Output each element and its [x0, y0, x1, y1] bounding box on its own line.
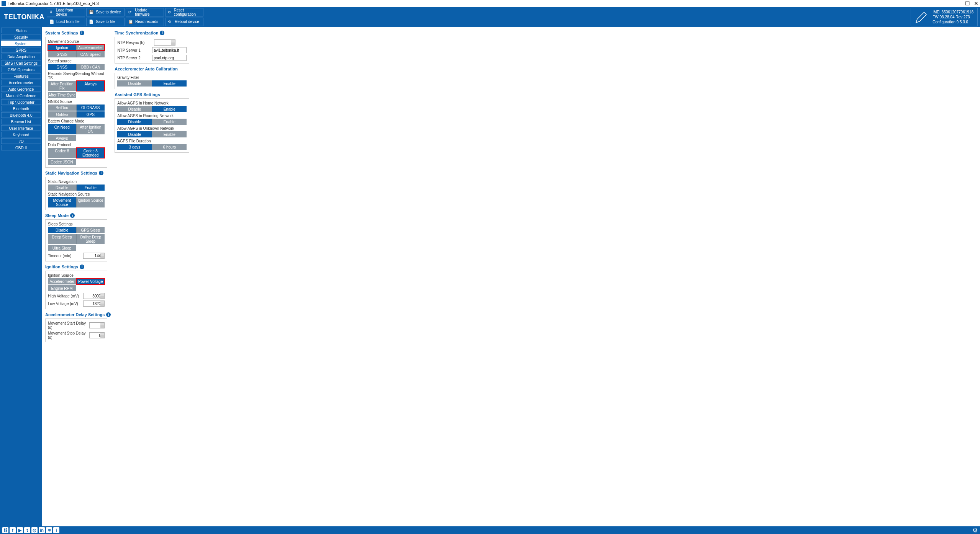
- ntp-resync-input[interactable]: [154, 39, 175, 46]
- rss-icon[interactable]: ≋: [46, 527, 52, 533]
- ntp-server1-input[interactable]: [152, 47, 187, 53]
- staticnav-enable-option[interactable]: Enable: [77, 185, 105, 191]
- youtube-icon[interactable]: ▶: [17, 527, 23, 533]
- agps-home-enable[interactable]: Enable: [152, 106, 187, 112]
- agps-home-disable[interactable]: Disable: [117, 106, 152, 112]
- instagram-icon[interactable]: ◎: [31, 527, 38, 533]
- facebook-icon[interactable]: f: [10, 527, 16, 533]
- protocol-c8-option[interactable]: Codec 8: [48, 148, 77, 158]
- high-voltage-input[interactable]: [83, 293, 105, 299]
- nav-i-o[interactable]: I/O: [1, 138, 41, 144]
- reset-config-button[interactable]: ↺Reset configuration: [165, 8, 203, 16]
- agps-6hours-option[interactable]: 6 hours: [152, 144, 187, 150]
- timeout-input[interactable]: [83, 253, 105, 259]
- ign-accel-option[interactable]: Accelerometer: [48, 278, 77, 284]
- info-icon[interactable]: i: [80, 31, 84, 35]
- movement-ignition-option[interactable]: Ignition: [48, 44, 77, 51]
- battery-onneed-option[interactable]: On Need: [48, 124, 77, 134]
- nav-obd-ii[interactable]: OBD II: [1, 145, 41, 150]
- link-icon[interactable]: ⛓: [2, 527, 8, 533]
- protocol-json-option[interactable]: Codec JSON: [48, 159, 76, 165]
- save-to-device-button[interactable]: 💾Save to device: [86, 8, 125, 16]
- nav-system[interactable]: System: [1, 41, 41, 46]
- gnss-glonass-option[interactable]: GLONASS: [77, 105, 105, 111]
- records-always-option[interactable]: Always: [77, 81, 105, 91]
- agps-unk-enable[interactable]: Enable: [152, 131, 187, 137]
- settings-gear-icon[interactable]: ⚙: [972, 527, 978, 534]
- info-icon[interactable]: i: [99, 171, 103, 175]
- speed-gnss-option[interactable]: GNSS: [48, 64, 77, 70]
- acal-enable-option[interactable]: Enable: [152, 80, 187, 87]
- nav-features[interactable]: Features: [1, 73, 41, 79]
- nav-security[interactable]: Security: [1, 34, 41, 40]
- agps-3days-option[interactable]: 3 days: [117, 144, 152, 150]
- sleep-online-option[interactable]: Online Deep Sleep: [77, 234, 105, 244]
- low-voltage-input[interactable]: [83, 300, 105, 307]
- staticnav-movement-option[interactable]: Movement Source: [48, 197, 77, 207]
- minimize-button[interactable]: —: [956, 0, 961, 7]
- close-button[interactable]: ✕: [974, 0, 978, 7]
- gnss-beidou-option[interactable]: BeiDou: [48, 105, 77, 111]
- mstart-input[interactable]: [89, 322, 105, 328]
- records-afterfix-option[interactable]: After Position Fix: [48, 81, 77, 91]
- content-area: System Settingsi Movement Source Ignitio…: [42, 27, 980, 526]
- maximize-button[interactable]: ☐: [965, 0, 970, 7]
- movement-can-option[interactable]: CAN Speed: [77, 51, 105, 57]
- info-icon[interactable]: i: [160, 31, 164, 35]
- acal-disable-option[interactable]: Disable: [117, 80, 152, 87]
- info-icon[interactable]: i: [106, 312, 111, 317]
- nav-gsm-operators[interactable]: GSM Operators: [1, 67, 41, 72]
- nav-status[interactable]: Status: [1, 28, 41, 33]
- staticnav-ignition-option[interactable]: Ignition Source: [77, 197, 105, 207]
- agps-roam-enable[interactable]: Enable: [152, 119, 187, 125]
- mstart-label: Movement Start Delay (s): [48, 321, 87, 330]
- sleep-ultra-option[interactable]: Ultra Sleep: [48, 245, 76, 251]
- info-icon[interactable]: i: [80, 265, 84, 269]
- nav-accelerometer-features[interactable]: Accelerometer Features: [1, 80, 41, 85]
- battery-afterign-option[interactable]: After Ignition ON: [77, 124, 105, 134]
- nav-trip-odometer[interactable]: Trip \ Odometer: [1, 99, 41, 105]
- speed-obd-option[interactable]: OBD / CAN: [77, 64, 105, 70]
- reboot-device-button[interactable]: ⟲Reboot device: [165, 18, 203, 26]
- load-from-file-button[interactable]: 📄Load from file: [47, 18, 85, 26]
- read-records-button[interactable]: 📋Read records: [126, 18, 164, 26]
- update-firmware-button[interactable]: ⟳Update firmware: [126, 8, 164, 16]
- ign-power-option[interactable]: Power Voltage: [77, 278, 105, 284]
- movement-gnss-option[interactable]: GNSS: [48, 51, 77, 57]
- nav-gprs[interactable]: GPRS: [1, 47, 41, 53]
- mstop-input[interactable]: [89, 332, 105, 338]
- nav-keyboard[interactable]: Keyboard: [1, 132, 41, 137]
- twitter-icon[interactable]: t: [24, 527, 30, 533]
- movement-accel-option[interactable]: Accelerometer: [77, 44, 105, 51]
- nav-beacon-list[interactable]: Beacon List: [1, 119, 41, 124]
- sleep-deep-option[interactable]: Deep Sleep: [48, 234, 77, 244]
- nav-bluetooth[interactable]: Bluetooth: [1, 106, 41, 111]
- linkedin-icon[interactable]: in: [39, 527, 45, 533]
- nav-auto-geofence[interactable]: Auto Geofence: [1, 86, 41, 92]
- battery-always-option[interactable]: Always: [48, 135, 76, 141]
- sleep-disable-option[interactable]: Disable: [48, 227, 77, 233]
- agps-roam-disable[interactable]: Disable: [117, 119, 152, 125]
- ntp-server2-input[interactable]: [152, 55, 187, 61]
- ign-rpm-option[interactable]: Engine RPM: [48, 285, 76, 291]
- app-icon: [2, 1, 6, 6]
- nav-bluetooth-4-0[interactable]: Bluetooth 4.0: [1, 112, 41, 118]
- load-from-device-button[interactable]: ⬇Load from device: [47, 8, 85, 16]
- nav-manual-geofence[interactable]: Manual Geofence: [1, 93, 41, 98]
- nav-user-interface[interactable]: User Interface: [1, 125, 41, 131]
- staticnav-disable-option[interactable]: Disable: [48, 185, 77, 191]
- agps-unk-disable[interactable]: Disable: [117, 131, 152, 137]
- protocol-c8e-option[interactable]: Codec 8 Extended: [77, 148, 105, 158]
- gnss-galileo-option[interactable]: Galileo: [48, 111, 77, 118]
- nav-data-acquisition[interactable]: Data Acquisition: [1, 54, 41, 59]
- sleep-panel: Sleep Settings Disable GPS Sleep Deep Sl…: [45, 219, 107, 261]
- info-footer-icon[interactable]: i: [53, 527, 59, 533]
- device-info: IMEI 350612077961918 FW 03.28.04 Rev:273…: [911, 8, 978, 26]
- gnss-gps-option[interactable]: GPS: [77, 111, 105, 118]
- info-icon[interactable]: i: [70, 213, 75, 218]
- toolbar: ⬇Load from device 💾Save to device ⟳Updat…: [47, 8, 243, 26]
- records-afterts-option[interactable]: After Time Sync: [48, 92, 76, 98]
- sleep-gps-option[interactable]: GPS Sleep: [77, 227, 105, 233]
- save-to-file-button[interactable]: 📄Save to file: [86, 18, 125, 26]
- nav-sms-call-settings[interactable]: SMS \ Call Settings: [1, 60, 41, 66]
